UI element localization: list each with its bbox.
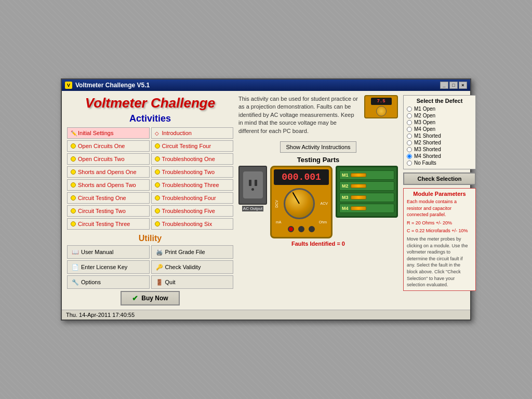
radio-m2-shorted-input[interactable] (407, 140, 412, 145)
title-bar: V Voltmeter Challenge V5.1 _ □ × (62, 79, 470, 91)
description-text: This activity can be used for student pr… (238, 95, 361, 135)
utility-title: Utility (67, 234, 233, 243)
radio-m3-shorted-input[interactable] (407, 147, 412, 152)
introduction-button[interactable]: ◇ Introduction (151, 127, 234, 139)
circuit-testing-four-button[interactable]: Circuit Testing Four (151, 140, 234, 152)
check-validity-button[interactable]: 🔑 Check Validity (151, 260, 234, 274)
module-m1[interactable]: M1 (339, 170, 394, 180)
radio-m4-shorted[interactable]: M4 Shorted (407, 153, 472, 159)
user-manual-button[interactable]: 📖 User Manual (67, 245, 150, 259)
faults-text: Faults Identified = 0 (238, 241, 398, 247)
radio-m4-shorted-input[interactable] (407, 154, 412, 159)
resistor-m4 (351, 206, 366, 210)
outlet-slots (249, 180, 257, 186)
circuit-testing-one-button[interactable]: Circuit Testing One (67, 192, 150, 204)
radio-m3-open[interactable]: M3 Open (407, 119, 472, 125)
activity-grid: ✏️ Initial Settings ◇ Introduction Open … (67, 127, 233, 230)
troubleshooting-six-button[interactable]: Troubleshooting Six (151, 218, 234, 230)
acv-label: ACV (321, 202, 328, 205)
pencil-icon: ✏️ (71, 130, 76, 136)
open-circuits-two-button[interactable]: Open Circuits Two (67, 153, 150, 165)
radio-m1-shorted-input[interactable] (407, 134, 412, 139)
bulb-icon-8 (155, 182, 160, 188)
radio-m2-open-label: M2 Open (414, 113, 435, 118)
radio-m3-shorted[interactable]: M3 Shorted (407, 147, 472, 152)
checkmark-icon: ✔ (132, 294, 138, 302)
check-icon: 🔑 (156, 264, 163, 271)
voltmeter[interactable]: 000.001 DCV ACV mA (270, 166, 332, 238)
module-c-value: C = 0.22 Microfarads +/- 10% (407, 228, 472, 234)
maximize-button[interactable]: □ (449, 82, 458, 89)
module-m2[interactable]: M2 (339, 181, 394, 191)
dial-needle (292, 192, 300, 204)
module-r-value: R = 20 Ohms +/- 20% (407, 220, 472, 227)
resistor-m1 (351, 173, 366, 177)
quit-button[interactable]: 🚪 Quit (151, 275, 234, 289)
mini-voltmeter-dial (376, 106, 387, 116)
radio-m1-open-label: M1 Open (414, 106, 435, 112)
ma-label: mA (276, 220, 282, 224)
buy-now-button[interactable]: ✔ Buy Now (121, 291, 179, 305)
bulb-icon-1 (71, 143, 76, 149)
defect-title: Select the Defect (407, 98, 472, 104)
dcv-label: DCV (275, 200, 278, 208)
print-grade-button[interactable]: 🖨️ Print Grade File (151, 245, 234, 259)
radio-m4-open-label: M4 Open (414, 126, 435, 132)
troubleshooting-four-button[interactable]: Troubleshooting Four (151, 192, 234, 204)
troubleshooting-three-button[interactable]: Troubleshooting Three (151, 179, 234, 191)
open-circuits-one-button[interactable]: Open Circuits One (67, 140, 150, 152)
troubleshooting-two-button[interactable]: Troubleshooting Two (151, 166, 234, 178)
radio-m3-open-input[interactable] (407, 120, 412, 125)
voltmeter-terminals (288, 226, 315, 232)
radio-m2-shorted[interactable]: M2 Shorted (407, 140, 472, 145)
module-m4[interactable]: M4 (339, 204, 394, 213)
shorts-opens-one-button[interactable]: Shorts and Opens One (67, 166, 150, 178)
enter-license-button[interactable]: 📄 Enter License Key (67, 260, 150, 274)
troubleshooting-five-button[interactable]: Troubleshooting Five (151, 205, 234, 217)
simulation-area: AC Output 000.001 DCV (238, 166, 398, 238)
mini-voltmeter: 7.5 (364, 95, 398, 118)
resistor-m3 (351, 195, 366, 200)
radio-m3-open-label: M3 Open (414, 119, 435, 125)
mini-voltmeter-display: 7.5 (371, 98, 392, 105)
bulb-icon-5 (71, 169, 76, 175)
troubleshooting-one-button[interactable]: Troubleshooting One (151, 153, 234, 165)
minimize-button[interactable]: _ (440, 82, 448, 89)
voltmeter-display: 000.001 (274, 169, 329, 185)
window-title: Voltmeter Challenge V5.1 (75, 82, 150, 89)
radio-no-faults[interactable]: No Faults (407, 160, 472, 166)
check-selection-button[interactable]: Check Selection (403, 172, 476, 185)
module-params-description: Each module contains a resistor and capa… (407, 198, 472, 218)
radio-m2-shorted-label: M2 Shorted (414, 140, 441, 145)
title-controls[interactable]: _ □ × (440, 82, 467, 89)
key-icon: 📄 (72, 264, 79, 271)
bulb-icon-11 (71, 208, 76, 214)
main-window: V Voltmeter Challenge V5.1 _ □ × Voltmet… (61, 78, 471, 321)
radio-no-faults-input[interactable] (407, 161, 412, 166)
shorts-opens-two-button[interactable]: Shorts and Opens Two (67, 179, 150, 191)
radio-m4-open-input[interactable] (407, 127, 412, 132)
radio-m1-open[interactable]: M1 Open (407, 106, 472, 112)
module-m3[interactable]: M3 (339, 193, 394, 202)
circuit-testing-two-button[interactable]: Circuit Testing Two (67, 205, 150, 217)
module-params-box: Module Parameters Each module contains a… (403, 188, 476, 291)
radio-m4-open[interactable]: M4 Open (407, 126, 472, 132)
radio-no-faults-label: No Faults (414, 160, 436, 166)
outlet-box[interactable] (238, 166, 267, 205)
circuit-testing-three-button[interactable]: Circuit Testing Three (67, 218, 150, 230)
terminal-black-2 (309, 226, 315, 232)
voltmeter-dial[interactable] (284, 188, 315, 219)
simulation-wrapper: AC Output 000.001 DCV (238, 166, 398, 247)
bulb-icon-6 (155, 169, 160, 175)
radio-m1-open-input[interactable] (407, 107, 412, 112)
bulb-icon-3 (71, 156, 76, 162)
show-instructions-button[interactable]: Show Activity Instructions (280, 141, 356, 153)
options-button[interactable]: 🔧 Options (67, 275, 150, 289)
radio-m1-shorted[interactable]: M1 Shorted (407, 133, 472, 139)
voltmeter-dial-area: DCV ACV (274, 187, 329, 220)
radio-m2-open-input[interactable] (407, 113, 412, 118)
radio-m2-open[interactable]: M2 Open (407, 113, 472, 118)
close-button[interactable]: × (459, 82, 467, 89)
initial-settings-button[interactable]: ✏️ Initial Settings (67, 127, 150, 139)
mini-voltmeter-reading: 7.5 (377, 99, 385, 104)
